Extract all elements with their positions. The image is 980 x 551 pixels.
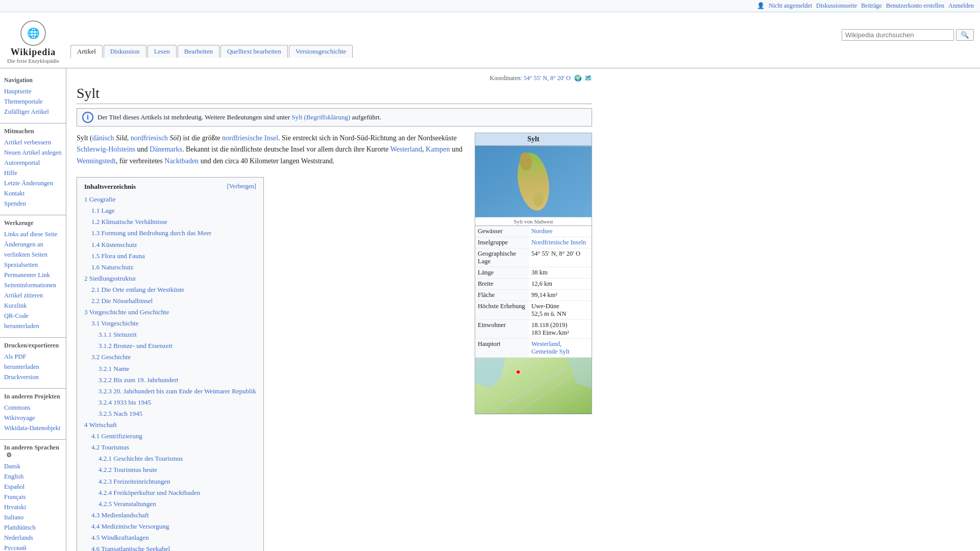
schleswig-holstein-link[interactable]: Schleswig-Holsteins xyxy=(77,145,135,153)
sidebar-item-hauptseite[interactable]: Hauptseite xyxy=(4,86,62,96)
contributions-link[interactable]: Beiträge xyxy=(861,2,882,10)
tab-discussion[interactable]: Diskussion xyxy=(104,45,146,58)
sidebar-item-spenden[interactable]: Spenden xyxy=(4,198,62,209)
sidebar-item-seiteninformationen[interactable]: Seiteninformationen xyxy=(4,280,62,290)
toc-item[interactable]: 3.1.1 Steinzeit xyxy=(99,329,256,340)
toc-item[interactable]: 2.1 Die Orte entlang der Westküste xyxy=(91,284,256,295)
article-content: Koordinaten: 54° 55′ N, 8° 20′ O 🌍 🗺️ Sy… xyxy=(66,68,602,551)
daenemarks-link[interactable]: Dänemarks xyxy=(150,145,182,153)
sidebar-item-autorenportal[interactable]: Autorenportal xyxy=(4,158,62,168)
toc-item[interactable]: 3.2 Geschichte xyxy=(91,352,256,363)
create-account-link[interactable]: Benutzerkonto erstellen xyxy=(886,2,944,10)
toc-item[interactable]: 1.6 Naturschutz xyxy=(91,262,256,273)
sidebar-item-pdf[interactable]: Als PDF herunterladen xyxy=(4,352,62,372)
sidebar-item-nederlands[interactable]: Nederlands xyxy=(4,533,62,543)
sidebar-item-spezialseiten[interactable]: Spezialseiten xyxy=(4,260,62,270)
toc-item[interactable]: 4.5 Windkraftanlagen xyxy=(91,532,256,543)
search-button[interactable]: 🔍 xyxy=(956,29,974,41)
kampen-link[interactable]: Kampen xyxy=(426,145,450,153)
infobox-value: 18.118 (2019) 183 Einw./km² xyxy=(529,320,592,338)
nacktbaden-link[interactable]: Nacktbaden xyxy=(164,157,199,165)
toc-item[interactable]: 4.3 Medienlandschaft xyxy=(91,510,256,521)
toc-item[interactable]: 1.1 Lage xyxy=(91,205,256,216)
infobox-value[interactable]: Westerland, Gemeinde Sylt xyxy=(529,339,592,357)
toc-item[interactable]: 1.2 Klimatische Verhältnisse xyxy=(91,216,256,228)
sidebar-item-hilfe[interactable]: Hilfe xyxy=(4,168,62,178)
toc-item[interactable]: 4.2.3 Freizeiteinrichtungen xyxy=(99,476,256,487)
disambiguation-link[interactable]: Sylt (Begriffsklärung) xyxy=(291,113,350,121)
danisch-link[interactable]: dänisch xyxy=(92,134,114,142)
sidebar-item-espanol[interactable]: Español xyxy=(4,482,62,492)
toc-item[interactable]: 4.2.1 Geschichte des Tourismus xyxy=(99,453,256,464)
search-input[interactable] xyxy=(842,29,954,41)
sidebar-item-verbessern[interactable]: Artikel verbessern xyxy=(4,137,62,147)
sidebar-item-neuen-artikel[interactable]: Neuen Artikel anlegen xyxy=(4,147,62,158)
languages-settings-icon[interactable]: ⚙ xyxy=(6,452,12,459)
toc-item[interactable]: 3.2.4 1933 bis 1945 xyxy=(99,397,256,408)
toc-item[interactable]: 3.2.2 Bis zum 19. Jahrhundert xyxy=(99,374,256,386)
infobox-value[interactable]: Nordfriesische Inseln xyxy=(529,237,592,248)
toc-item[interactable]: 4.2.5 Veranstaltungen xyxy=(99,498,256,510)
westerland-link[interactable]: Westerland xyxy=(390,145,422,153)
toc-item[interactable]: 4.4 Medizinische Versorgung xyxy=(91,521,256,532)
toc-item[interactable]: 3 Vorgeschichte und Geschichte xyxy=(84,307,256,318)
sidebar-item-artikel-zitieren[interactable]: Artikel zitieren xyxy=(4,290,62,300)
infobox-row: Höchste ErhebungUwe-Düne 52,5 m ü. NN xyxy=(475,301,592,320)
toc-item[interactable]: 1.5 Flora und Fauna xyxy=(91,251,256,262)
tab-article[interactable]: Artikel xyxy=(70,45,103,58)
toc-item[interactable]: 2 Siedlungsstruktur xyxy=(84,273,256,284)
nordfriesisch-link[interactable]: nordfriesisch xyxy=(131,134,168,142)
nordfries-insel-link[interactable]: nordfriesische Insel xyxy=(222,134,278,142)
tab-edit[interactable]: Bearbeiten xyxy=(178,45,219,58)
infobox-value: 99,14 km² xyxy=(529,290,592,300)
sidebar-item-francais[interactable]: Français xyxy=(4,492,62,502)
sidebar-item-english[interactable]: English xyxy=(4,471,62,482)
tab-history[interactable]: Versionsgeschichte xyxy=(289,45,353,58)
toc-item[interactable]: 3.2.3 20. Jahrhundert bis zum Ende der W… xyxy=(99,386,256,397)
sidebar-item-wikidata[interactable]: Wikidata-Datenobjekt xyxy=(4,423,62,433)
sidebar-item-russian[interactable]: Русский xyxy=(4,543,62,551)
sidebar-item-links[interactable]: Links auf diese Seite xyxy=(4,229,62,239)
coordinates-value[interactable]: 54° 55′ N, 8° 20′ O xyxy=(524,74,571,82)
sidebar-item-dansk[interactable]: Dansk xyxy=(4,461,62,471)
toc-item[interactable]: 1.3 Formung und Bedrohung durch das Meer xyxy=(91,228,256,239)
toc-item[interactable]: 1.4 Küstenschutz xyxy=(91,239,256,251)
sidebar-item-kurzlink[interactable]: Kurzlink xyxy=(4,300,62,311)
sidebar-item-italiano[interactable]: Italiano xyxy=(4,512,62,522)
toc-item[interactable]: 4.2.2 Tourismus heute xyxy=(99,464,256,475)
sidebar-item-permanenter-link[interactable]: Permanenter Link xyxy=(4,270,62,280)
sidebar-item-commons[interactable]: Commons xyxy=(4,403,62,413)
sidebar-item-wikivoyage[interactable]: Wikivoyage xyxy=(4,413,62,423)
login-link[interactable]: Anmelden xyxy=(948,2,974,10)
sidebar-item-hrvatski[interactable]: Hrvatski xyxy=(4,502,62,512)
tab-read[interactable]: Lesen xyxy=(148,45,177,58)
toc-item[interactable]: 1 Geografie xyxy=(84,194,256,205)
sidebar-item-druckversion[interactable]: Druckversion xyxy=(4,372,62,382)
sidebar-item-kontakt[interactable]: Kontakt xyxy=(4,188,62,198)
toc-item[interactable]: 4.6 Transatlantische Seekabel xyxy=(91,543,256,551)
toc-item[interactable]: 4.1 Gentrifizierung xyxy=(91,431,256,442)
wenningstedt-link[interactable]: Wenningstedt xyxy=(77,157,116,165)
infobox-value: 54° 55′ N, 8° 20′ O xyxy=(529,248,592,267)
discussion-link[interactable]: Diskussionsseite xyxy=(816,2,857,10)
toc-item[interactable]: 2.2 Die Nössehalbinsel xyxy=(91,295,256,307)
top-bar: 👤 Nicht angemeldet Diskussionsseite Beit… xyxy=(0,0,980,12)
toc-item[interactable]: 4 Wirtschaft xyxy=(84,419,256,431)
sidebar-item-aenderungen-verlinkte[interactable]: Änderungen an verlinkten Seiten xyxy=(4,239,62,260)
toc-hide-button[interactable]: [Verbergen] xyxy=(227,183,256,191)
infobox-label: Gewässer xyxy=(475,226,529,237)
toc-item[interactable]: 4.2 Tourismus xyxy=(91,442,256,453)
tab-source-edit[interactable]: Quelltext bearbeiten xyxy=(220,45,288,58)
infobox-value[interactable]: Nordsee xyxy=(529,226,592,237)
sidebar-item-letzte-aenderungen[interactable]: Letzte Änderungen xyxy=(4,178,62,188)
toc-item[interactable]: 3.1 Vorgeschichte xyxy=(91,318,256,329)
toc-item[interactable]: 4.2.4 Freiköperkultur und Nacktbaden xyxy=(99,487,256,498)
sidebar-item-themenportale[interactable]: Themenportale xyxy=(4,96,62,107)
toc-item[interactable]: 3.2.1 Name xyxy=(99,363,256,374)
sidebar-item-qr-code[interactable]: QR-Code herunterladen xyxy=(4,311,62,331)
sidebar-item-plattduutsch[interactable]: Plattdüütsch xyxy=(4,522,62,533)
sidebar-item-zufaellig[interactable]: Zufälliger Artikel xyxy=(4,107,62,117)
toc-item[interactable]: 3.2.5 Nach 1945 xyxy=(99,408,256,419)
sidebar-languages-section: In anderen Sprachen ⚙ Dansk English Espa… xyxy=(0,444,66,551)
toc-item[interactable]: 3.1.2 Bronze- und Eisenzeit xyxy=(99,340,256,352)
